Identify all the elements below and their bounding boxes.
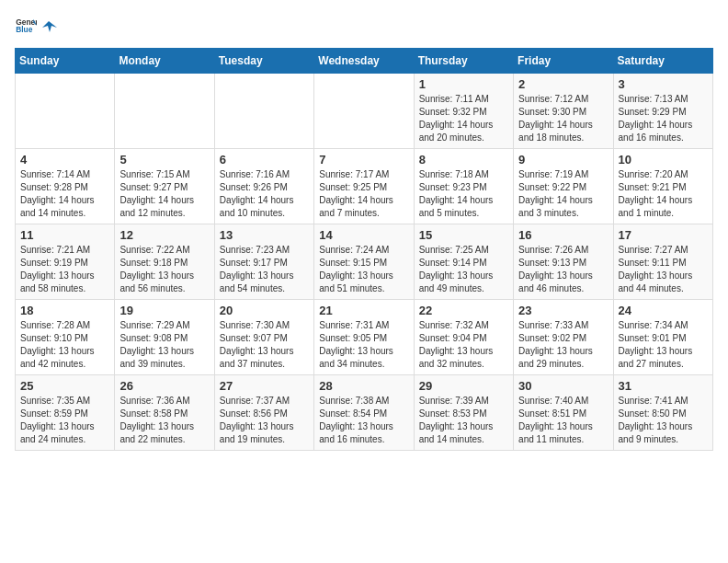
header-cell-sunday: Sunday bbox=[16, 49, 115, 74]
day-info: Sunrise: 7:36 AM Sunset: 8:58 PM Dayligh… bbox=[119, 395, 209, 446]
day-number: 27 bbox=[220, 379, 309, 393]
day-number: 9 bbox=[518, 153, 608, 167]
day-number: 5 bbox=[119, 153, 209, 167]
day-info: Sunrise: 7:16 AM Sunset: 9:26 PM Dayligh… bbox=[220, 168, 309, 220]
header-cell-tuesday: Tuesday bbox=[214, 49, 313, 74]
calendar-cell: 28Sunrise: 7:38 AM Sunset: 8:54 PM Dayli… bbox=[314, 375, 414, 451]
day-info: Sunrise: 7:20 AM Sunset: 9:21 PM Dayligh… bbox=[619, 168, 708, 220]
calendar-week-row: 11Sunrise: 7:21 AM Sunset: 9:19 PM Dayli… bbox=[16, 224, 713, 300]
day-number: 10 bbox=[619, 153, 708, 167]
header-cell-thursday: Thursday bbox=[414, 49, 513, 74]
day-info: Sunrise: 7:40 AM Sunset: 8:51 PM Dayligh… bbox=[518, 395, 608, 446]
day-number: 13 bbox=[220, 228, 309, 242]
day-info: Sunrise: 7:18 AM Sunset: 9:23 PM Dayligh… bbox=[419, 168, 508, 220]
calendar-week-row: 4Sunrise: 7:14 AM Sunset: 9:28 PM Daylig… bbox=[16, 149, 713, 224]
day-number: 31 bbox=[619, 379, 708, 393]
logo-bird-icon bbox=[40, 19, 57, 36]
calendar-cell: 2Sunrise: 7:12 AM Sunset: 9:30 PM Daylig… bbox=[514, 74, 613, 149]
day-number: 19 bbox=[119, 304, 209, 317]
calendar-cell: 8Sunrise: 7:18 AM Sunset: 9:23 PM Daylig… bbox=[414, 149, 513, 224]
day-info: Sunrise: 7:17 AM Sunset: 9:25 PM Dayligh… bbox=[319, 168, 408, 220]
calendar-cell: 20Sunrise: 7:30 AM Sunset: 9:07 PM Dayli… bbox=[214, 300, 313, 375]
day-info: Sunrise: 7:12 AM Sunset: 9:30 PM Dayligh… bbox=[518, 93, 608, 144]
day-number: 21 bbox=[319, 304, 408, 317]
calendar-week-row: 25Sunrise: 7:35 AM Sunset: 8:59 PM Dayli… bbox=[16, 375, 713, 451]
day-info: Sunrise: 7:35 AM Sunset: 8:59 PM Dayligh… bbox=[20, 395, 109, 446]
day-number: 20 bbox=[220, 304, 309, 317]
calendar-cell: 16Sunrise: 7:26 AM Sunset: 9:13 PM Dayli… bbox=[514, 224, 613, 300]
header-cell-monday: Monday bbox=[115, 49, 214, 74]
calendar-week-row: 1Sunrise: 7:11 AM Sunset: 9:32 PM Daylig… bbox=[16, 74, 713, 149]
calendar-cell: 1Sunrise: 7:11 AM Sunset: 9:32 PM Daylig… bbox=[414, 74, 513, 149]
day-number: 3 bbox=[619, 77, 708, 91]
calendar-cell: 21Sunrise: 7:31 AM Sunset: 9:05 PM Dayli… bbox=[314, 300, 414, 375]
calendar-cell: 5Sunrise: 7:15 AM Sunset: 9:27 PM Daylig… bbox=[115, 149, 214, 224]
day-number: 4 bbox=[20, 153, 109, 167]
calendar-cell: 30Sunrise: 7:40 AM Sunset: 8:51 PM Dayli… bbox=[514, 375, 613, 451]
day-info: Sunrise: 7:27 AM Sunset: 9:11 PM Dayligh… bbox=[619, 244, 708, 295]
day-info: Sunrise: 7:28 AM Sunset: 9:10 PM Dayligh… bbox=[20, 319, 109, 371]
calendar-cell bbox=[115, 74, 214, 149]
calendar-cell: 18Sunrise: 7:28 AM Sunset: 9:10 PM Dayli… bbox=[16, 300, 115, 375]
calendar-cell bbox=[314, 74, 414, 149]
calendar-cell: 22Sunrise: 7:32 AM Sunset: 9:04 PM Dayli… bbox=[414, 300, 513, 375]
day-info: Sunrise: 7:21 AM Sunset: 9:19 PM Dayligh… bbox=[20, 244, 109, 295]
day-number: 17 bbox=[619, 228, 708, 242]
calendar-cell: 24Sunrise: 7:34 AM Sunset: 9:01 PM Dayli… bbox=[613, 300, 712, 375]
calendar-cell: 13Sunrise: 7:23 AM Sunset: 9:17 PM Dayli… bbox=[214, 224, 313, 300]
calendar-cell: 31Sunrise: 7:41 AM Sunset: 8:50 PM Dayli… bbox=[613, 375, 712, 451]
day-number: 12 bbox=[119, 228, 209, 242]
day-number: 11 bbox=[20, 228, 109, 242]
day-number: 25 bbox=[20, 379, 109, 393]
day-info: Sunrise: 7:19 AM Sunset: 9:22 PM Dayligh… bbox=[518, 168, 608, 220]
day-info: Sunrise: 7:29 AM Sunset: 9:08 PM Dayligh… bbox=[119, 319, 209, 371]
header-cell-saturday: Saturday bbox=[613, 49, 712, 74]
day-number: 18 bbox=[20, 304, 109, 317]
day-info: Sunrise: 7:32 AM Sunset: 9:04 PM Dayligh… bbox=[419, 319, 508, 371]
day-number: 23 bbox=[518, 304, 608, 317]
day-number: 14 bbox=[319, 228, 408, 242]
calendar-header-row: SundayMondayTuesdayWednesdayThursdayFrid… bbox=[16, 49, 713, 74]
day-number: 26 bbox=[119, 379, 209, 393]
calendar-cell: 26Sunrise: 7:36 AM Sunset: 8:58 PM Dayli… bbox=[115, 375, 214, 451]
day-info: Sunrise: 7:39 AM Sunset: 8:53 PM Dayligh… bbox=[419, 395, 508, 446]
calendar-cell: 14Sunrise: 7:24 AM Sunset: 9:15 PM Dayli… bbox=[314, 224, 414, 300]
day-number: 15 bbox=[419, 228, 508, 242]
calendar-cell: 17Sunrise: 7:27 AM Sunset: 9:11 PM Dayli… bbox=[613, 224, 712, 300]
calendar-cell: 29Sunrise: 7:39 AM Sunset: 8:53 PM Dayli… bbox=[414, 375, 513, 451]
day-number: 8 bbox=[419, 153, 508, 167]
calendar-cell: 25Sunrise: 7:35 AM Sunset: 8:59 PM Dayli… bbox=[16, 375, 115, 451]
logo-icon: General Blue bbox=[15, 15, 37, 37]
calendar-cell bbox=[16, 74, 115, 149]
svg-marker-3 bbox=[42, 21, 57, 32]
day-number: 29 bbox=[419, 379, 508, 393]
header: General Blue bbox=[15, 15, 713, 37]
calendar-cell: 23Sunrise: 7:33 AM Sunset: 9:02 PM Dayli… bbox=[514, 300, 613, 375]
day-number: 1 bbox=[419, 77, 508, 91]
day-number: 16 bbox=[518, 228, 608, 242]
day-number: 6 bbox=[220, 153, 309, 167]
day-info: Sunrise: 7:22 AM Sunset: 9:18 PM Dayligh… bbox=[119, 244, 209, 295]
day-number: 22 bbox=[419, 304, 508, 317]
day-info: Sunrise: 7:14 AM Sunset: 9:28 PM Dayligh… bbox=[20, 168, 109, 220]
calendar-week-row: 18Sunrise: 7:28 AM Sunset: 9:10 PM Dayli… bbox=[16, 300, 713, 375]
day-number: 2 bbox=[518, 77, 608, 91]
calendar-cell: 3Sunrise: 7:13 AM Sunset: 9:29 PM Daylig… bbox=[613, 74, 712, 149]
day-info: Sunrise: 7:33 AM Sunset: 9:02 PM Dayligh… bbox=[518, 319, 608, 371]
day-info: Sunrise: 7:25 AM Sunset: 9:14 PM Dayligh… bbox=[419, 244, 508, 295]
calendar-table: SundayMondayTuesdayWednesdayThursdayFrid… bbox=[15, 48, 713, 451]
calendar-cell: 15Sunrise: 7:25 AM Sunset: 9:14 PM Dayli… bbox=[414, 224, 513, 300]
svg-text:Blue: Blue bbox=[16, 25, 33, 34]
day-info: Sunrise: 7:13 AM Sunset: 9:29 PM Dayligh… bbox=[619, 93, 708, 144]
day-info: Sunrise: 7:31 AM Sunset: 9:05 PM Dayligh… bbox=[319, 319, 408, 371]
calendar-cell: 12Sunrise: 7:22 AM Sunset: 9:18 PM Dayli… bbox=[115, 224, 214, 300]
calendar-cell: 6Sunrise: 7:16 AM Sunset: 9:26 PM Daylig… bbox=[214, 149, 313, 224]
day-number: 28 bbox=[319, 379, 408, 393]
day-info: Sunrise: 7:38 AM Sunset: 8:54 PM Dayligh… bbox=[319, 395, 408, 446]
calendar-cell: 4Sunrise: 7:14 AM Sunset: 9:28 PM Daylig… bbox=[16, 149, 115, 224]
calendar-cell: 9Sunrise: 7:19 AM Sunset: 9:22 PM Daylig… bbox=[514, 149, 613, 224]
day-info: Sunrise: 7:30 AM Sunset: 9:07 PM Dayligh… bbox=[220, 319, 309, 371]
calendar-cell: 10Sunrise: 7:20 AM Sunset: 9:21 PM Dayli… bbox=[613, 149, 712, 224]
calendar-cell: 27Sunrise: 7:37 AM Sunset: 8:56 PM Dayli… bbox=[214, 375, 313, 451]
day-info: Sunrise: 7:15 AM Sunset: 9:27 PM Dayligh… bbox=[119, 168, 209, 220]
